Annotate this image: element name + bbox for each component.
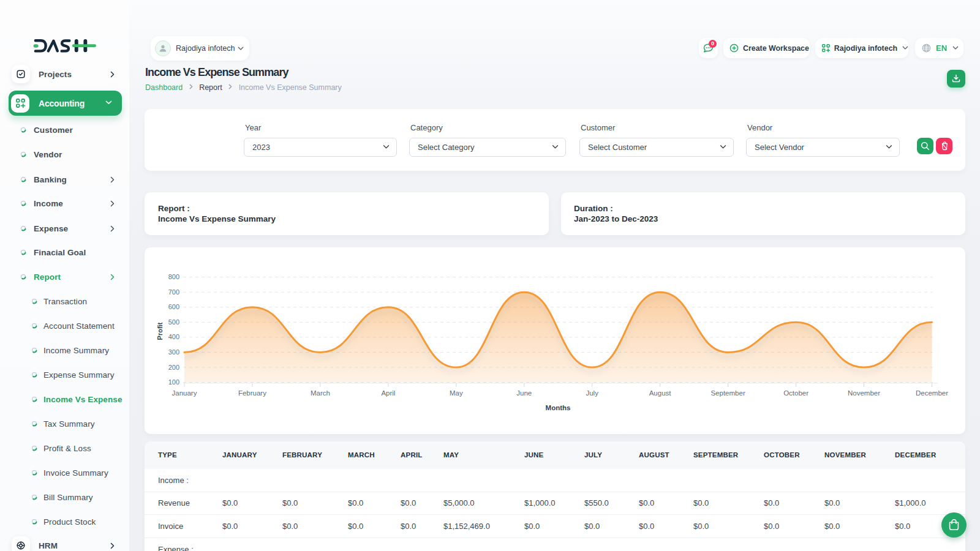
svg-text:July: July	[586, 389, 598, 397]
svg-text:800: 800	[168, 273, 179, 280]
svg-text:May: May	[450, 389, 463, 397]
svg-text:January: January	[172, 389, 197, 397]
svg-text:100: 100	[168, 378, 179, 386]
svg-text:400: 400	[168, 333, 179, 340]
svg-text:600: 600	[168, 303, 179, 310]
svg-text:June: June	[516, 389, 532, 397]
svg-text:October: October	[783, 389, 809, 397]
svg-text:Months: Months	[546, 404, 571, 411]
svg-text:Profit: Profit	[156, 322, 164, 340]
svg-text:February: February	[238, 389, 266, 397]
svg-text:700: 700	[168, 288, 179, 296]
svg-text:500: 500	[168, 318, 179, 326]
svg-text:300: 300	[168, 348, 179, 356]
svg-text:November: November	[848, 389, 880, 397]
svg-text:September: September	[710, 389, 745, 397]
svg-text:December: December	[916, 389, 948, 397]
svg-text:April: April	[381, 389, 395, 397]
svg-text:March: March	[311, 389, 330, 397]
svg-text:200: 200	[168, 364, 179, 371]
svg-text:August: August	[649, 389, 672, 397]
